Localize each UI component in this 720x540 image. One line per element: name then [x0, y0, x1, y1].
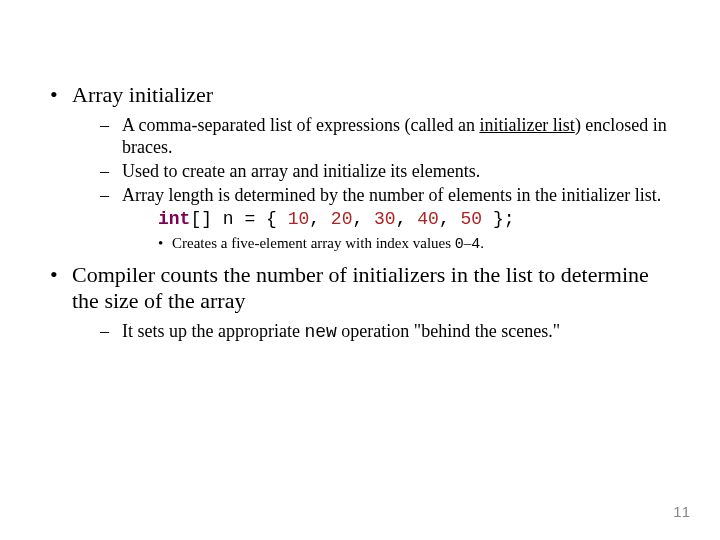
bullet-compiler-counts: • Compiler counts the number of initiali…	[40, 262, 680, 343]
sub-sub-item: • Creates a five-element array with inde…	[158, 234, 680, 254]
sub-text: Array length is determined by the number…	[122, 184, 680, 206]
t: ,	[352, 209, 374, 229]
bullet-dot-icon: •	[50, 262, 58, 288]
sub-list: – It sets up the appropriate new operati…	[72, 320, 680, 343]
sub-list: – A comma-separated list of expressions …	[72, 114, 680, 254]
dash-icon: –	[100, 320, 109, 342]
slide: • Array initializer – A comma-separated …	[0, 0, 720, 540]
sub-text: A comma-separated list of expressions (c…	[122, 114, 680, 158]
sub-sub-list: • Creates a five-element array with inde…	[122, 234, 680, 254]
t: It sets up the appropriate	[122, 321, 304, 341]
mono: new	[304, 322, 336, 342]
t: ,	[439, 209, 461, 229]
bullet-dot-icon: •	[50, 82, 58, 108]
t: [] n = {	[190, 209, 287, 229]
t: A comma-separated list of expressions (c…	[122, 115, 479, 135]
keyword: int	[158, 209, 190, 229]
sub-sub-text: Creates a five-element array with index …	[172, 234, 680, 254]
t: .	[480, 235, 484, 251]
dash-icon: –	[100, 184, 109, 206]
underlined-term: initializer list	[479, 115, 574, 135]
sub-item: – Array length is determined by the numb…	[100, 184, 680, 254]
num-literal: 50	[461, 209, 483, 229]
t: ,	[396, 209, 418, 229]
t: ,	[309, 209, 331, 229]
bullet-dot-icon: •	[158, 234, 163, 253]
num-literal: 40	[417, 209, 439, 229]
num-literal: 20	[331, 209, 353, 229]
bullet-text: Compiler counts the number of initialize…	[72, 262, 680, 314]
t: Creates a five-element array with index …	[172, 235, 455, 251]
bullet-array-initializer: • Array initializer – A comma-separated …	[40, 82, 680, 254]
bullet-list: • Array initializer – A comma-separated …	[40, 82, 680, 343]
bullet-text: Array initializer	[72, 82, 680, 108]
dash-icon: –	[100, 160, 109, 182]
mono: 4	[471, 236, 480, 253]
code-line: int[] n = { 10, 20, 30, 40, 50 };	[122, 208, 680, 230]
t: operation "behind the scenes."	[337, 321, 560, 341]
sub-text: It sets up the appropriate new operation…	[122, 320, 680, 343]
num-literal: 10	[288, 209, 310, 229]
sub-text: Used to create an array and initialize i…	[122, 160, 680, 182]
dash-icon: –	[100, 114, 109, 136]
page-number: 11	[673, 503, 690, 520]
mono: 0	[455, 236, 464, 253]
t: };	[482, 209, 514, 229]
sub-item: – It sets up the appropriate new operati…	[100, 320, 680, 343]
sub-item: – A comma-separated list of expressions …	[100, 114, 680, 158]
num-literal: 30	[374, 209, 396, 229]
sub-item: – Used to create an array and initialize…	[100, 160, 680, 182]
